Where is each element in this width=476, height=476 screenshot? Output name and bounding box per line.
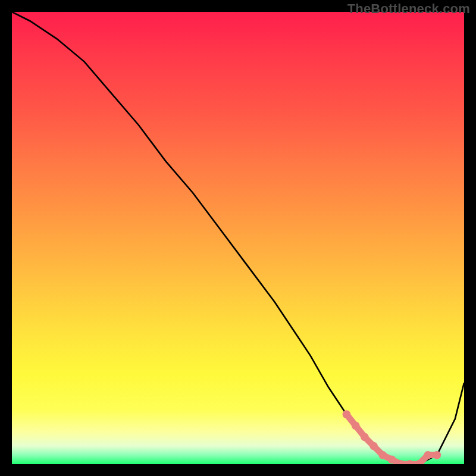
svg-point-1 xyxy=(352,422,360,430)
svg-point-3 xyxy=(369,442,378,450)
svg-point-2 xyxy=(361,433,369,441)
chart-svg xyxy=(12,12,464,464)
svg-point-5 xyxy=(388,456,396,464)
series-black-curve xyxy=(12,12,464,464)
plot-area xyxy=(12,12,464,464)
svg-point-4 xyxy=(378,451,387,459)
chart-frame: TheBottleneck.com xyxy=(0,0,476,476)
pink-dots xyxy=(343,411,441,464)
watermark-text: TheBottleneck.com xyxy=(347,1,470,17)
svg-point-7 xyxy=(406,460,414,464)
svg-point-10 xyxy=(433,451,441,459)
svg-point-0 xyxy=(343,411,351,419)
svg-point-9 xyxy=(424,451,432,459)
